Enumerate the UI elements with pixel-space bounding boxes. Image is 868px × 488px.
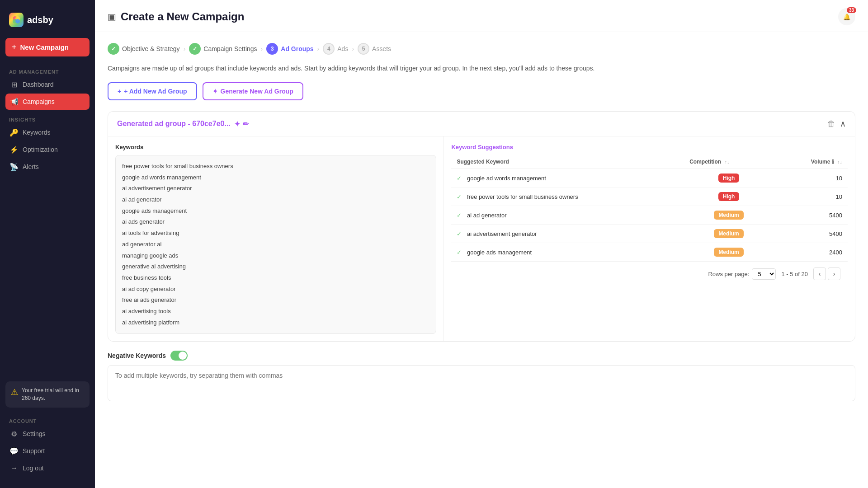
step-campaign-settings: ✓ Campaign Settings bbox=[189, 43, 257, 55]
sidebar-item-dashboard-label: Dashboard bbox=[23, 81, 54, 88]
ad-group-header: Generated ad group - 670ce7e0... ✦ ✏ 🗑 ∧ bbox=[108, 112, 855, 136]
step-arrow-2: › bbox=[261, 45, 263, 52]
sidebar-item-dashboard[interactable]: ⊞ Dashboard bbox=[5, 76, 90, 93]
competition-badge: Medium bbox=[714, 229, 743, 238]
keywords-label: Keywords bbox=[115, 144, 436, 150]
ad-group-card: Generated ad group - 670ce7e0... ✦ ✏ 🗑 ∧… bbox=[108, 111, 855, 342]
page-info: 1 - 5 of 20 bbox=[781, 271, 808, 277]
page-header: ▣ Create a New Campaign 🔔 33 bbox=[95, 0, 868, 32]
toggle-knob bbox=[179, 352, 187, 360]
keyword-item: ai tools for advertising bbox=[122, 228, 429, 239]
keyword-item: ai ads generator bbox=[122, 216, 429, 228]
negative-keywords-section: Negative Keywords bbox=[108, 351, 855, 403]
check-icon: ✓ bbox=[457, 175, 462, 182]
page-navigation: ‹ › bbox=[813, 267, 840, 280]
keyword-item: ai advertisement generator bbox=[122, 183, 429, 194]
sidebar-item-alerts[interactable]: 📡 Alerts bbox=[5, 159, 90, 175]
collapse-button[interactable]: ∧ bbox=[840, 119, 846, 129]
negative-keywords-input[interactable] bbox=[108, 365, 855, 401]
ad-group-body: Keywords free power tools for small busi… bbox=[108, 136, 855, 341]
negative-keywords-toggle[interactable] bbox=[170, 351, 188, 361]
keyword-item: ai advertising tools bbox=[122, 306, 429, 317]
keyword-text: ai ad generator bbox=[467, 212, 506, 219]
ad-group-title: Generated ad group - 670ce7e0... bbox=[117, 120, 231, 128]
volume-cell: 5400 bbox=[774, 225, 848, 243]
competition-badge: Medium bbox=[714, 248, 743, 257]
rows-per-page-select[interactable]: 5 10 20 bbox=[752, 268, 776, 280]
step-label-objective: Objective & Strategy bbox=[122, 45, 180, 52]
prev-page-button[interactable]: ‹ bbox=[813, 267, 826, 280]
table-row: ✓ google ads management Medium 2400 bbox=[451, 243, 848, 262]
step-circle-objective: ✓ bbox=[108, 43, 119, 55]
check-icon: ✓ bbox=[457, 193, 462, 200]
generate-icon: ✦ bbox=[212, 88, 218, 95]
svg-point-3 bbox=[15, 19, 20, 23]
sidebar-item-logout[interactable]: → Log out bbox=[5, 460, 90, 476]
generate-label: Generate New Ad Group bbox=[221, 88, 293, 95]
sidebar-item-support-label: Support bbox=[23, 447, 45, 455]
sidebar-item-optimization-label: Optimization bbox=[23, 146, 58, 153]
keyword-item: free ai ads generator bbox=[122, 295, 429, 306]
table-row: ✓ free power tools for small business ow… bbox=[451, 188, 848, 206]
competition-badge: High bbox=[718, 192, 740, 201]
suggestion-keyword: ✓ ai ad generator bbox=[451, 206, 684, 225]
warning-icon: ⚠ bbox=[11, 387, 18, 397]
sidebar-item-alerts-label: Alerts bbox=[23, 163, 39, 170]
volume-cell: 5400 bbox=[774, 206, 848, 225]
suggestion-keyword: ✓ free power tools for small business ow… bbox=[451, 188, 684, 206]
notification-badge: 33 bbox=[847, 7, 856, 13]
keyword-item: ai advertising platform bbox=[122, 317, 429, 328]
sidebar-item-support[interactable]: 💬 Support bbox=[5, 443, 90, 459]
negative-keywords-header: Negative Keywords bbox=[108, 351, 855, 361]
main-content: ▣ Create a New Campaign 🔔 33 ✓ Objective… bbox=[95, 0, 868, 488]
keywords-list[interactable]: free power tools for small business owne… bbox=[115, 155, 436, 334]
step-label-assets: Assets bbox=[372, 45, 391, 52]
notification-button[interactable]: 🔔 33 bbox=[838, 8, 855, 25]
title-icons: ✦ ✏ bbox=[234, 120, 249, 128]
trial-text: Your free trial will end in 260 days. bbox=[22, 387, 84, 402]
table-row: ✓ google ad words management High 10 bbox=[451, 169, 848, 188]
layout-icon: ▣ bbox=[108, 11, 116, 22]
new-campaign-button[interactable]: + New Campaign bbox=[5, 38, 90, 56]
col-header-volume[interactable]: Volume ℹ ↑↓ bbox=[774, 155, 848, 169]
volume-cell: 10 bbox=[774, 169, 848, 188]
nav-section-account: ACCOUNT ⚙ Settings 💬 Support → Log out bbox=[5, 415, 90, 476]
nav-section-label-account: ACCOUNT bbox=[5, 415, 90, 426]
keyword-item: ad generator ai bbox=[122, 239, 429, 250]
col-header-competition[interactable]: Competition ↑↓ bbox=[684, 155, 774, 169]
sidebar-item-keywords[interactable]: 🔑 Keywords bbox=[5, 124, 90, 141]
suggestions-title: Keyword Suggestions bbox=[451, 144, 848, 150]
pagination: Rows per page: 5 10 20 1 - 5 of 20 ‹ › bbox=[451, 262, 848, 286]
sidebar-item-keywords-label: Keywords bbox=[23, 129, 50, 136]
step-arrow-4: › bbox=[352, 45, 354, 52]
logo-icon bbox=[9, 13, 24, 27]
add-new-ad-group-button[interactable]: + + Add New Ad Group bbox=[108, 82, 197, 100]
step-circle-assets: 5 bbox=[358, 43, 369, 55]
sidebar-item-campaigns[interactable]: 📢 Campaigns bbox=[5, 94, 90, 110]
generate-new-ad-group-button[interactable]: ✦ Generate New Ad Group bbox=[203, 82, 303, 100]
next-page-button[interactable]: › bbox=[828, 267, 840, 280]
step-arrow-3: › bbox=[317, 45, 320, 52]
logo-text: adsby bbox=[27, 15, 53, 25]
nav-section-label-ad-management: AD MANAGEMENT bbox=[5, 66, 90, 76]
optimization-icon: ⚡ bbox=[10, 145, 18, 154]
keyword-text: google ads management bbox=[467, 249, 532, 256]
negative-keywords-label: Negative Keywords bbox=[108, 352, 166, 359]
page-description: Campaigns are made up of ad groups that … bbox=[108, 64, 855, 73]
sidebar-item-optimization[interactable]: ⚡ Optimization bbox=[5, 141, 90, 158]
nav-section-label-insights: INSIGHTS bbox=[5, 113, 90, 124]
logo-area: adsby bbox=[5, 9, 90, 38]
keywords-panel: Keywords free power tools for small busi… bbox=[108, 136, 444, 341]
sidebar-item-campaigns-label: Campaigns bbox=[23, 98, 55, 105]
sparkle-icon[interactable]: ✦ bbox=[234, 120, 240, 128]
suggestions-panel: Keyword Suggestions Suggested Keyword Co… bbox=[444, 136, 855, 341]
edit-icon[interactable]: ✏ bbox=[243, 120, 249, 128]
sidebar-item-settings[interactable]: ⚙ Settings bbox=[5, 426, 90, 442]
step-circle-ads: 4 bbox=[323, 43, 335, 55]
delete-button[interactable]: 🗑 bbox=[827, 119, 835, 129]
new-campaign-label: New Campaign bbox=[20, 43, 69, 51]
content-area: ✓ Objective & Strategy › ✓ Campaign Sett… bbox=[95, 32, 868, 488]
sidebar: adsby + New Campaign AD MANAGEMENT ⊞ Das… bbox=[0, 0, 95, 488]
volume-cell: 10 bbox=[774, 188, 848, 206]
action-buttons: + + Add New Ad Group ✦ Generate New Ad G… bbox=[108, 82, 855, 100]
